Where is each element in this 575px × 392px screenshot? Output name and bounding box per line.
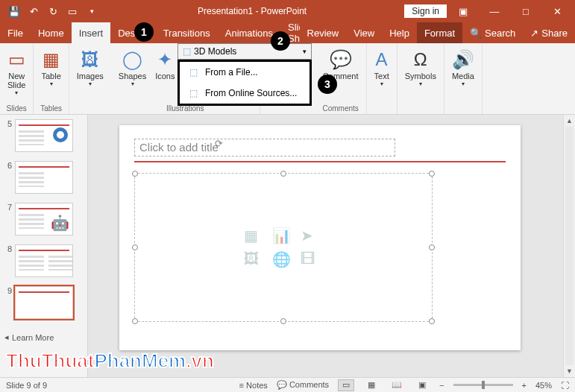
slide-editor: Click to add title ⟳ ▦ 📊 ➤ 🖼 🌐 [88,115,575,377]
ribbon-display-icon[interactable]: ▣ [448,1,478,22]
menu-from-online[interactable]: ⬚ From Online Sources... [180,83,310,104]
table-button[interactable]: ▦ Table ▾ [38,46,63,89]
scroll-up-icon[interactable]: ▲ [564,115,575,127]
zoom-level[interactable]: 45% [535,381,552,390]
cube-icon: ⬚ [183,46,191,57]
comment-icon: 💬 [330,48,352,72]
shapes-icon: ◯ [122,48,142,72]
tab-transitions[interactable]: Transitions [156,22,218,43]
group-tables: ▦ Table ▾ Tables [34,43,69,114]
text-button[interactable]: A Text ▾ [371,46,392,89]
minimize-icon[interactable]: — [480,1,509,22]
cube-globe-icon: ⬚ [187,87,199,99]
search-button[interactable]: 🔍Search [462,22,523,43]
ribbon: ▭ New Slide ▾ Slides ▦ Table ▾ Tables 🖼 … [0,43,575,115]
sorter-view-icon[interactable]: ▦ [363,379,380,391]
table-icon: ▦ [43,48,60,72]
zoom-slider[interactable] [453,384,513,386]
content-type-icons: ▦ 📊 ➤ 🖼 🌐 🎞 [244,227,323,268]
tab-file[interactable]: File [0,22,31,43]
title-underline [134,161,506,162]
status-bar: Slide 9 of 9 ≡ Notes 💬 Comments ▭ ▦ 📖 ▣ … [0,377,575,392]
annotation-2: 2 [271,31,290,51]
comments-button[interactable]: 💬 Comments [277,380,329,390]
thumb-5[interactable]: 5 [0,118,87,159]
resize-handle[interactable] [132,244,138,250]
group-slides: ▭ New Slide ▾ Slides [0,43,34,114]
annotation-1: 1 [134,22,154,42]
insert-chart-icon[interactable]: 📊 [272,227,295,244]
zoom-in-icon[interactable]: + [522,381,527,390]
tab-help[interactable]: Help [382,22,417,43]
slideshow-view-icon[interactable]: ▣ [414,379,430,391]
scroll-down-icon[interactable]: ▼ [564,365,575,377]
media-button[interactable]: 🔊 Media ▾ [449,46,477,89]
tab-view[interactable]: View [346,22,382,43]
images-icon: 🖼 [81,48,99,72]
normal-view-icon[interactable]: ▭ [338,379,354,391]
save-icon[interactable]: 💾 [6,3,22,19]
reading-view-icon[interactable]: 📖 [389,379,405,391]
tab-review[interactable]: Review [300,22,347,43]
new-slide-icon: ▭ [8,48,25,72]
menu-from-file[interactable]: ⬚ From a File... [180,62,310,83]
window-title: Presentation1 - PowerPoint [100,6,404,16]
group-symbols: Ω Symbols ▾ [398,43,444,114]
icons-button[interactable]: ✦ Icons [152,46,177,82]
insert-table-icon[interactable]: ▦ [244,227,266,244]
zoom-out-icon[interactable]: − [439,381,444,390]
resize-handle[interactable] [429,171,435,177]
title-bar: 💾 ↶ ↻ ▭ ▾ Presentation1 - PowerPoint Sig… [0,0,575,22]
insert-smartart-icon[interactable]: ➤ [301,227,323,244]
rotate-handle-icon[interactable]: ⟳ [215,138,223,149]
tab-format[interactable]: Format [417,22,462,43]
three-d-models-menu: ⬚ From a File... ⬚ From Online Sources..… [177,60,312,106]
content-placeholder[interactable]: ▦ 📊 ➤ 🖼 🌐 🎞 [134,173,433,322]
omega-icon: Ω [414,48,427,72]
symbols-button[interactable]: Ω Symbols ▾ [402,46,439,89]
resize-handle[interactable] [429,318,435,324]
quick-access-toolbar: 💾 ↶ ↻ ▭ ▾ [0,3,100,19]
qat-dropdown-icon[interactable]: ▾ [84,3,100,19]
resize-handle[interactable] [280,171,286,177]
insert-video-icon[interactable]: 🎞 [301,250,323,268]
tab-insert[interactable]: Insert [72,22,111,43]
insert-picture-icon[interactable]: 🖼 [244,250,266,268]
start-from-beginning-icon[interactable]: ▭ [64,3,81,19]
maximize-icon[interactable]: □ [511,1,541,22]
title-placeholder[interactable]: Click to add title ⟳ [134,139,395,157]
notes-button[interactable]: ≡ Notes [239,381,268,390]
sign-in-button[interactable]: Sign in [404,4,447,18]
speaker-icon: 🔊 [452,48,474,72]
current-slide[interactable]: Click to add title ⟳ ▦ 📊 ➤ 🖼 🌐 [119,125,521,350]
annotation-3: 3 [318,75,337,94]
thumb-9[interactable]: 9 [0,285,87,326]
three-d-models-button[interactable]: ⬚ 3D Models ▾ [177,43,312,60]
group-text: A Text ▾ [367,43,398,114]
workspace: 5 6 7 🤖 8 9 ◂ Learn More Click to add ti… [0,115,575,377]
vertical-scrollbar[interactable]: ▲ ▼ [563,115,575,377]
redo-icon[interactable]: ↻ [45,3,61,19]
tab-home[interactable]: Home [31,22,72,43]
new-slide-button[interactable]: ▭ New Slide ▾ [4,46,28,98]
resize-handle[interactable] [280,318,286,324]
images-button[interactable]: 🖼 Images ▾ [74,46,107,89]
textbox-icon: A [376,48,388,72]
three-d-models-dropdown: ⬚ 3D Models ▾ ⬚ From a File... ⬚ From On… [177,43,312,106]
resize-handle[interactable] [132,318,138,324]
group-media: 🔊 Media ▾ [444,43,483,114]
share-button[interactable]: ↗Share [523,22,575,43]
thumb-6[interactable]: 6 [0,159,87,201]
chevron-icon: ◂ [4,332,9,342]
resize-handle[interactable] [132,171,138,177]
shapes-button[interactable]: ◯ Shapes ▾ [116,46,149,89]
thumb-8[interactable]: 8 [0,243,87,285]
learn-more-link[interactable]: ◂ Learn More [0,326,87,348]
watermark: ThuThuatPhanMem.vn [6,350,214,373]
close-icon[interactable]: ✕ [542,1,572,22]
thumb-7[interactable]: 7 🤖 [0,201,87,243]
fit-to-window-icon[interactable]: ⛶ [561,381,569,390]
resize-handle[interactable] [429,244,435,250]
insert-online-picture-icon[interactable]: 🌐 [272,250,295,268]
undo-icon[interactable]: ↶ [25,3,42,19]
